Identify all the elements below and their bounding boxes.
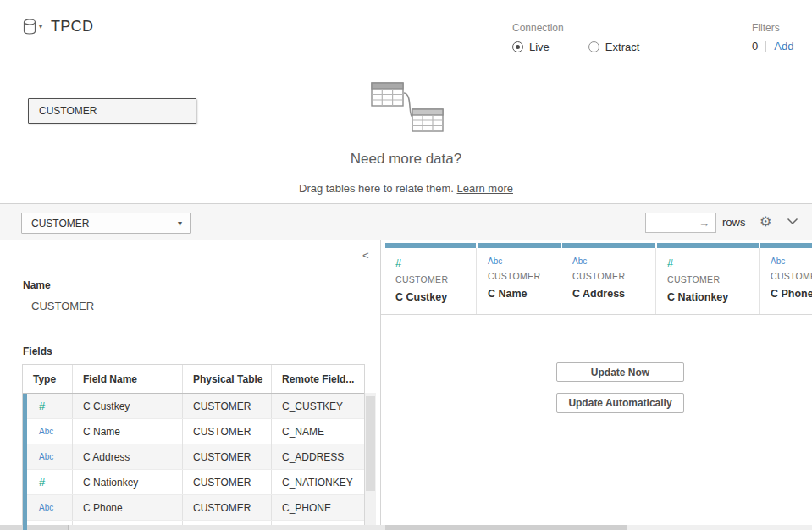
table-row[interactable]: # C Nationkey CUSTOMER C_NATIONKEY (23, 470, 364, 495)
name-input[interactable]: CUSTOMER (23, 295, 367, 317)
column-field-name: C Nationkey (667, 291, 748, 303)
radio-extract-dot (588, 41, 599, 52)
cell-physical-table: CUSTOMER (183, 444, 272, 469)
tableau-datasource-page: ▾ TPCD Connection Live Extract Filters 0 (0, 0, 812, 530)
table-select-value: CUSTOMER (31, 218, 89, 229)
column-accent-bar (657, 243, 759, 248)
column-accent-bar (478, 243, 561, 248)
rows-label: rows (722, 216, 745, 229)
update-now-button[interactable]: Update Now (556, 362, 684, 382)
column-table-name: CUSTOMER (488, 271, 550, 281)
datasource-menu-button[interactable]: ▾ (23, 19, 42, 35)
number-type-icon: # (39, 400, 45, 412)
radio-extract-label: Extract (605, 41, 639, 53)
grid-column-c-custkey[interactable]: # CUSTOMER C Custkey (385, 243, 476, 314)
radio-extract[interactable]: Extract (588, 41, 639, 53)
scrollbar-buttons[interactable] (0, 525, 68, 530)
string-type-icon: Abc (771, 257, 812, 266)
radio-live-label: Live (529, 41, 550, 53)
canvas-table-customer[interactable]: CUSTOMER (28, 98, 196, 124)
empty-state-hint: Drag tables here to relate them. Learn m… (0, 182, 812, 195)
cell-field-name: C Custkey (73, 394, 183, 418)
gear-icon[interactable]: ⚙ (760, 213, 771, 229)
chevron-down-icon: ▾ (39, 24, 42, 30)
column-field-name: C Custkey (395, 291, 466, 303)
datasource-header: ▾ TPCD Connection Live Extract Filters 0 (0, 0, 812, 72)
col-header-remote-field[interactable]: Remote Field... (272, 365, 366, 393)
chevron-down-icon[interactable] (787, 218, 798, 225)
string-type-icon: Abc (39, 503, 53, 512)
table-row[interactable]: Abc C Address CUSTOMER C_ADDRESS (23, 444, 364, 470)
radio-live[interactable]: Live (512, 41, 550, 53)
column-accent-bar (385, 243, 476, 248)
scrollbar-thumb[interactable] (366, 396, 375, 491)
cell-remote-field: C_PHONE (272, 495, 366, 520)
column-field-name: C Name (488, 288, 550, 300)
cell-physical-table: CUSTOMER (183, 394, 272, 418)
grid-column-headers: # CUSTOMER C Custkey Abc CUSTOMER C Name… (385, 243, 812, 314)
cell-remote-field: C_NAME (272, 419, 366, 444)
filters-divider (765, 41, 766, 52)
string-type-icon: Abc (572, 257, 645, 266)
connection-label: Connection (512, 22, 639, 34)
string-type-icon: Abc (488, 257, 550, 266)
table-row[interactable]: # C Custkey CUSTOMER C_CUSTKEY (23, 394, 364, 419)
rows-input-box: → (645, 213, 716, 233)
column-accent-bar (562, 243, 655, 248)
number-type-icon: # (39, 476, 45, 489)
filters-count: 0 (752, 40, 758, 52)
number-type-icon: # (395, 257, 466, 269)
number-type-icon: # (667, 257, 748, 269)
col-header-physical-table[interactable]: Physical Table (183, 365, 272, 393)
table-select-dropdown[interactable]: CUSTOMER ▾ (21, 213, 191, 234)
col-header-field-name[interactable]: Field Name (73, 365, 183, 393)
relate-tables-illustration (371, 82, 444, 135)
grid-hscrollbar-thumb[interactable] (385, 525, 627, 530)
collapse-panel-icon[interactable]: < (362, 249, 369, 262)
empty-state-title: Need more data? (0, 151, 812, 168)
fields-table-header: Type Field Name Physical Table Remote Fi… (23, 365, 364, 394)
grid-column-c-address[interactable]: Abc CUSTOMER C Address (562, 243, 655, 314)
cell-field-name: C Phone (73, 495, 183, 520)
chevron-down-icon: ▾ (178, 218, 182, 228)
database-icon (23, 19, 36, 35)
table-row[interactable]: Abc C Name CUSTOMER C_NAME (23, 419, 364, 444)
add-filter-link[interactable]: Add (774, 40, 793, 52)
grid-column-c-phone[interactable]: Abc CUSTOMER C Phone (760, 243, 812, 314)
filters-label: Filters (752, 22, 793, 34)
name-input-value: CUSTOMER (31, 300, 94, 312)
grid-header-divider (381, 314, 812, 315)
cell-field-name: C Address (73, 444, 183, 469)
grid-column-c-nationkey[interactable]: # CUSTOMER C Nationkey (657, 243, 759, 314)
radio-live-dot (512, 41, 523, 52)
column-table-name: CUSTOMER (771, 271, 812, 281)
col-header-type[interactable]: Type (23, 365, 73, 393)
data-preview-grid: # CUSTOMER C Custkey Abc CUSTOMER C Name… (381, 240, 812, 530)
cell-field-name: C Nationkey (73, 470, 183, 494)
empty-hint-text: Drag tables here to relate them. (299, 182, 454, 195)
table-details-panel: < Name CUSTOMER Fields Type Field Name P… (0, 240, 381, 530)
learn-more-link[interactable]: Learn more (456, 182, 512, 195)
string-type-icon: Abc (39, 452, 53, 461)
cell-remote-field: C_ADDRESS (272, 444, 366, 469)
fields-table-scrollbar[interactable] (365, 393, 376, 530)
fields-table-body: # C Custkey CUSTOMER C_CUSTKEY Abc C Nam… (23, 394, 364, 530)
main-split: < Name CUSTOMER Fields Type Field Name P… (0, 240, 812, 530)
bottom-scroll-strip (0, 525, 812, 530)
grid-hscrollbar-track[interactable] (627, 525, 812, 530)
grid-column-c-name[interactable]: Abc CUSTOMER C Name (478, 243, 561, 314)
filters-group: Filters 0 Add (752, 22, 793, 52)
rows-input[interactable] (646, 213, 695, 232)
column-field-name: C Phone (771, 288, 812, 300)
update-automatically-button[interactable]: Update Automatically (556, 393, 684, 413)
cell-physical-table: CUSTOMER (183, 495, 272, 520)
scrollbar-tick (14, 525, 14, 530)
name-label: Name (23, 279, 51, 291)
fields-label: Fields (23, 345, 52, 357)
cell-remote-field: C_NATIONKEY (272, 470, 366, 494)
relationship-canvas[interactable]: CUSTOMER Need more da (0, 72, 812, 203)
page-title: TPCD (51, 18, 93, 36)
table-row[interactable]: Abc C Phone CUSTOMER C_PHONE (23, 495, 364, 521)
preview-toolbar: CUSTOMER ▾ → rows ⚙ (0, 203, 812, 240)
column-table-name: CUSTOMER (395, 274, 466, 284)
